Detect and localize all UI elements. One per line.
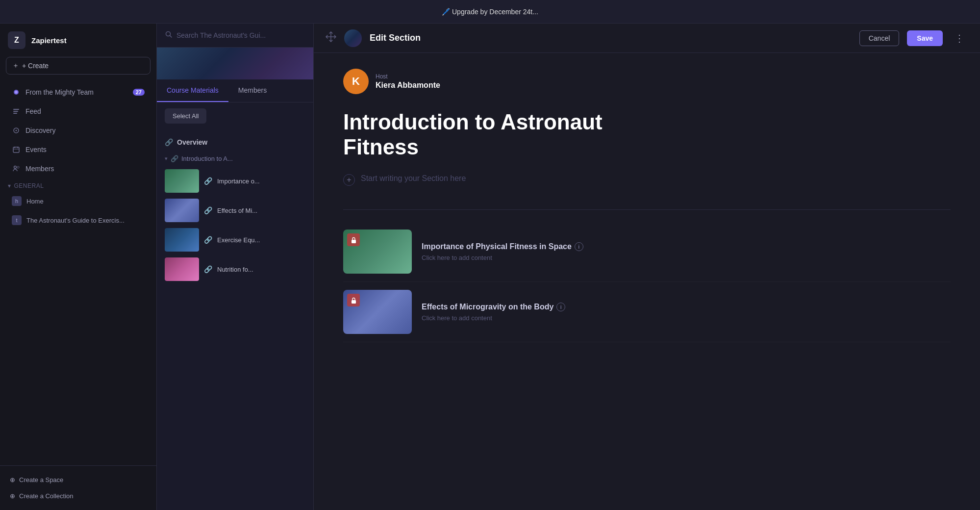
header-avatar	[344, 29, 362, 47]
search-input[interactable]	[176, 31, 305, 39]
create-button[interactable]: ＋ + Create	[6, 57, 151, 75]
intro-subsection-header: ▾ 🔗 Introduction to A...	[157, 151, 313, 166]
list-item[interactable]: 🔗 Importance o...	[157, 166, 313, 196]
tab-members[interactable]: Members	[228, 79, 276, 102]
host-name: Kiera Abbamonte	[376, 81, 440, 90]
nav-label-members: Members	[25, 165, 54, 173]
course-thumb-nutrition	[165, 257, 199, 281]
svg-rect-15	[352, 240, 356, 243]
section-main-title: Introduction to Astronaut Fitness	[343, 110, 951, 159]
content-divider	[343, 209, 951, 210]
sidebar-item-events[interactable]: Events	[4, 140, 152, 159]
course-card-title-importance: Importance of Physical Fitness in Space …	[422, 242, 951, 251]
create-collection-label: Create a Collection	[19, 492, 74, 500]
course-title-effects: Effects of Mi...	[217, 207, 305, 214]
org-name: Zapiertest	[31, 36, 67, 45]
host-details: Host Kiera Abbamonte	[376, 73, 440, 90]
create-space-button[interactable]: ⊕ Create a Space	[6, 472, 151, 488]
sidebar-item-home[interactable]: h Home	[4, 192, 152, 210]
sidebar-item-astronaut-guide[interactable]: t The Astronaut's Guide to Exercis...	[4, 211, 152, 230]
locked-icon	[347, 294, 360, 306]
course-title-exercise: Exercise Equ...	[217, 236, 305, 244]
members-icon	[12, 164, 21, 173]
tab-course-materials[interactable]: Course Materials	[157, 79, 228, 102]
svg-rect-16	[352, 300, 356, 304]
sidebar-item-members[interactable]: Members	[4, 159, 152, 178]
create-space-plus-icon: ⊕	[10, 476, 15, 484]
edit-section-header: Edit Section Cancel Save ⋮	[314, 24, 980, 53]
course-card-thumb-effects	[343, 290, 412, 334]
link-icon: 🔗	[165, 138, 173, 146]
sidebar-item-from-mighty-team[interactable]: From the Mighty Team 27	[4, 83, 152, 102]
course-card-effects[interactable]: Effects of Microgravity on the Body i Cl…	[343, 282, 951, 342]
host-avatar: K	[343, 69, 369, 94]
discovery-icon	[12, 126, 21, 135]
info-icon: i	[556, 303, 565, 311]
create-plus-icon: ＋	[12, 61, 19, 70]
course-link-icon: 🔗	[204, 177, 212, 185]
home-space-label: Home	[26, 198, 44, 205]
sidebar-header: Z Zapiertest	[0, 24, 156, 57]
edit-section-title: Edit Section	[370, 33, 852, 43]
course-thumbnail	[157, 48, 313, 79]
org-avatar: Z	[8, 31, 25, 49]
nav-label-events: Events	[25, 146, 47, 153]
sidebar-section-general: ▾ General	[0, 178, 156, 191]
course-card-subtitle-importance: Click here to add content	[422, 254, 951, 261]
edit-content-area: K Host Kiera Abbamonte Introduction to A…	[314, 53, 980, 510]
create-space-label: Create a Space	[19, 476, 63, 484]
list-item[interactable]: 🔗 Effects of Mi...	[157, 196, 313, 225]
sidebar-footer: ⊕ Create a Space ⊕ Create a Collection	[0, 465, 156, 510]
create-collection-button[interactable]: ⊕ Create a Collection	[6, 488, 151, 504]
list-item[interactable]: 🔗 Nutrition fo...	[157, 255, 313, 284]
nav-label-from-mighty-team: From the Mighty Team	[25, 88, 94, 96]
astronaut-guide-label: The Astronaut's Guide to Exercis...	[26, 217, 125, 224]
move-icon	[326, 31, 336, 45]
svg-point-12	[17, 166, 19, 168]
events-icon	[12, 145, 21, 154]
chevron-down-icon: ▾	[8, 182, 11, 189]
overview-section-header: 🔗 Overview	[157, 133, 313, 151]
course-card-title-effects: Effects of Microgravity on the Body i	[422, 303, 951, 311]
main-layout: Z Zapiertest ＋ + Create From the Mighty …	[0, 24, 980, 510]
svg-rect-3	[13, 111, 18, 112]
svg-point-1	[15, 91, 18, 94]
add-content-icon[interactable]: +	[343, 174, 355, 186]
host-info: K Host Kiera Abbamonte	[343, 69, 951, 94]
star-icon	[12, 88, 21, 97]
info-icon: i	[575, 242, 583, 251]
select-all-button[interactable]: Select All	[165, 108, 206, 124]
svg-rect-7	[13, 147, 19, 153]
center-tabs: Course Materials Members	[157, 79, 313, 102]
svg-line-14	[170, 36, 172, 38]
sidebar-nav: From the Mighty Team 27 Feed	[0, 80, 156, 465]
search-icon	[165, 30, 173, 40]
create-collection-plus-icon: ⊕	[10, 492, 15, 500]
course-thumb-importance	[165, 169, 199, 193]
top-bar: 🖊️ Upgrade by December 24t...	[0, 0, 980, 24]
sidebar-item-feed[interactable]: Feed	[4, 102, 152, 121]
cancel-button[interactable]: Cancel	[859, 30, 900, 46]
course-title-importance: Importance o...	[217, 178, 305, 185]
course-link-icon: 🔗	[204, 265, 212, 273]
svg-rect-2	[13, 109, 19, 110]
more-options-button[interactable]: ⋮	[951, 30, 968, 46]
course-thumb-effects	[165, 199, 199, 222]
home-space-icon: h	[12, 196, 22, 206]
course-card-subtitle-effects: Click here to add content	[422, 314, 951, 322]
locked-icon	[347, 233, 360, 246]
save-button[interactable]: Save	[907, 30, 943, 46]
nav-badge-from-mighty-team: 27	[133, 89, 145, 96]
course-card-thumb-importance	[343, 230, 412, 274]
content-placeholder: Start writing your Section here	[361, 173, 466, 183]
section-content-editor[interactable]: + Start writing your Section here	[343, 173, 951, 186]
course-card-importance[interactable]: Importance of Physical Fitness in Space …	[343, 222, 951, 282]
nav-label-feed: Feed	[25, 107, 41, 115]
svg-point-6	[16, 130, 17, 131]
create-label: + Create	[22, 62, 49, 70]
list-item[interactable]: 🔗 Exercise Equ...	[157, 225, 313, 255]
host-label: Host	[376, 73, 440, 80]
sidebar: Z Zapiertest ＋ + Create From the Mighty …	[0, 24, 157, 510]
center-actions: Select All	[157, 102, 313, 129]
sidebar-item-discovery[interactable]: Discovery	[4, 121, 152, 140]
